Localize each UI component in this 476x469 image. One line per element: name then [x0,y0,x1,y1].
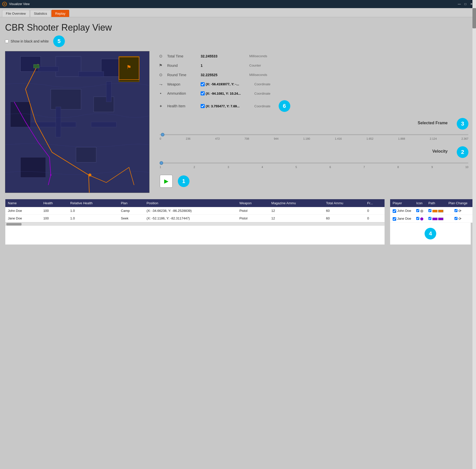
title-bar-left: Visualizer View [2,2,30,7]
round-icon: ⚑ [157,63,164,68]
health-value: (X: 3.755477, Y: 7.69... [206,104,240,108]
health-checkbox[interactable] [201,104,205,108]
legend-plan-change-cell: ⟳ [446,207,470,215]
cell-position: (X: -52.1186, Y: -82.3117447) [144,215,237,222]
velocity-slider[interactable] [160,162,468,164]
legend-row: John Doe ⟳ [390,207,476,215]
round-value: 1 [201,64,246,68]
svg-point-19 [50,174,51,176]
cell-weapon: Pistol [237,215,269,222]
badge-5: 5 [53,35,65,47]
john-plan-checkbox[interactable] [454,209,458,212]
col-name: Name [5,199,41,207]
table-row: Jane Doe 100 1.0 Seek (X: -52.1186, Y: -… [5,215,385,222]
cell-weapon: Pistol [237,207,269,215]
legend-player-name: John Doe [390,207,414,215]
jane-player-checkbox[interactable] [393,217,396,221]
legend-icon-cell [414,207,426,215]
round-time-icon: ⊙ [157,72,164,77]
play-button[interactable]: ▶ [160,175,173,188]
ammo-checkbox[interactable] [201,91,205,95]
blackwhite-checkbox[interactable] [5,39,9,43]
legend-table-container: Player Icon Path Plan Change Death John … [390,199,471,245]
time-icon: ⊙ [157,54,164,58]
badge-6: 6 [279,100,290,112]
legend-col-path: Path [426,199,446,207]
health-label: Health Item [167,104,198,108]
cell-total-ammu: 60 [323,215,365,222]
window-title: Visualizer View [9,2,30,6]
col-weapon: Weapon [237,199,269,207]
round-time-unit: Milliseconds [249,73,267,77]
john-player-checkbox[interactable] [393,209,396,213]
jane-icon-checkbox[interactable] [416,217,419,220]
map-container: ⚑ [5,51,149,193]
weapon-checkbox[interactable] [201,82,205,86]
tab-replay[interactable]: Replay [51,10,69,17]
frame-slider[interactable] [160,134,468,135]
john-path-swatch [432,210,437,212]
legend-col-icon: Icon [414,199,426,207]
maximize-button[interactable]: □ [463,2,468,7]
svg-rect-10 [21,157,46,178]
col-plan: Plan [118,199,144,207]
ammo-value: (X: -94.1081, Y: 10.24... [206,92,241,95]
legend-col-player: Player [390,199,414,207]
stat-weapon: ⇁ Weapon (X: -56.4193077, Y: -... Coordi… [157,82,471,87]
stat-ammo: ▪ Ammunition (X: -94.1081, Y: 10.24... C… [157,91,471,96]
john-icon-checkbox[interactable] [416,209,419,212]
frame-slider-group: Selected Frame 3 0 236 472 708 944 1.180 [157,118,471,140]
legend-plan-change-cell: ⟳ [446,215,470,223]
blackwhite-label: Show in black and white [11,39,49,43]
tab-statistics[interactable]: Statistics [30,10,51,17]
cell-mag-ammu: 12 [269,207,323,215]
col-total-ammu: Total Ammu [323,199,365,207]
main-data-table-container: Name Health Relative Health Plan Positio… [5,199,385,245]
col-health: Health [41,199,68,207]
table-scrollbar[interactable] [5,222,385,226]
jane-plan-checkbox[interactable] [454,217,458,220]
cell-position: (X: -34.66238, Y: -86.2528839) [144,207,237,215]
total-time-value: 32.245533 [201,54,246,58]
cell-fr: 0 [365,215,385,222]
minimize-button[interactable]: — [457,2,462,7]
jane-icon-dot [420,217,423,220]
ammo-label: Ammunition [167,91,198,95]
legend-col-plan-change: Plan Change [446,199,470,207]
main-data-table: Name Health Relative Health Plan Positio… [5,199,385,222]
health-check-value: (X: 3.755477, Y: 7.69... [201,104,251,108]
round-time-value: 32.225525 [201,73,246,77]
badge-4: 4 [425,228,436,239]
blackwhite-row: Show in black and white 5 [5,35,471,47]
round-time-label: Round Time [167,73,198,77]
health-icon: ✦ [157,104,164,109]
col-fr: Fr... [365,199,385,207]
bottom-tables: Name Health Relative Health Plan Positio… [5,199,471,245]
main-content: CBR Shooter Replay View Show in black an… [0,17,476,469]
legend-path-cell [426,207,446,215]
cell-mag-ammu: 12 [269,215,323,222]
tab-file-overview[interactable]: File Overview [2,10,30,17]
weapon-unit: Coordinate [254,82,271,86]
legend-badge-area: 4 [390,223,471,244]
svg-rect-16 [56,107,61,137]
jane-path-checkbox[interactable] [428,217,431,220]
app-icon [2,2,7,7]
weapon-check-value: (X: -56.4193077, Y: -... [201,82,251,86]
velocity-slider-group: Velocity 2 1 2 3 4 5 6 7 [157,146,471,169]
john-path-checkbox[interactable] [428,209,431,212]
tab-bar: File Overview Statistics Replay [0,8,476,17]
svg-rect-4 [56,56,81,77]
map-stats-row: ⚑ ⊙ Total Time 32.245533 Milliseconds ⚑ … [5,51,471,193]
map-svg: ⚑ [5,51,149,193]
title-bar-controls: — □ ✕ [457,2,474,7]
cell-plan: Camp [118,207,144,215]
velocity-slider-container [157,160,471,165]
legend-table: Player Icon Path Plan Change Death John … [390,199,476,223]
round-label: Round [167,64,198,68]
svg-rect-12 [38,67,59,72]
legend-icon-cell [414,215,426,223]
window-scrollbar[interactable] [472,0,476,469]
stat-health: ✦ Health Item (X: 3.755477, Y: 7.69... C… [157,100,471,112]
round-unit: Counter [249,64,261,67]
